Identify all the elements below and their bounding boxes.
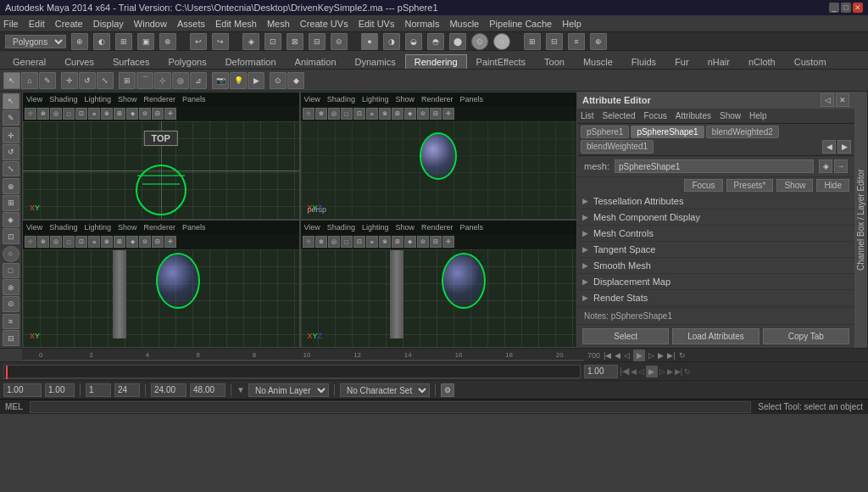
bc-time-end[interactable] (190, 383, 225, 397)
move-lt[interactable]: ✛ (3, 127, 19, 143)
vp-bl-icon-6[interactable]: ≡ (88, 236, 100, 248)
tab-polygons[interactable]: Polygons (159, 54, 215, 69)
tab-toon[interactable]: Toon (535, 54, 574, 69)
snap-view[interactable]: ◎ (172, 72, 189, 89)
vp-br-icon-7[interactable]: ⊗ (379, 236, 391, 248)
ae-section-displacement[interactable]: ▶ Displacement Map (577, 274, 854, 290)
tab-surfaces[interactable]: Surfaces (103, 54, 159, 69)
menu-muscle[interactable]: Muscle (449, 19, 479, 29)
menu-edit-mesh[interactable]: Edit Mesh (215, 19, 257, 29)
render-icon-4[interactable]: ◓ (427, 33, 444, 50)
vp-tr-icon-7[interactable]: ⊗ (379, 108, 391, 120)
lasso-tool[interactable]: ⌂ (21, 72, 38, 89)
ae-section-tessellation[interactable]: ▶ Tessellation Attributes (577, 193, 854, 210)
tool-icon-8[interactable]: ◈ (242, 33, 259, 50)
bc-field-1[interactable] (3, 383, 42, 397)
snap-surface[interactable]: ⊿ (190, 72, 207, 89)
tab-painteffects[interactable]: PaintEffects (467, 54, 536, 69)
vp-tl-show[interactable]: Show (118, 95, 137, 103)
tool-icon-7[interactable]: ↪ (212, 33, 229, 50)
menu-assets[interactable]: Assets (177, 19, 205, 29)
ae-menu-list[interactable]: List (581, 111, 594, 120)
menu-normals[interactable]: Normals (404, 19, 439, 29)
vp-tr-icon-3[interactable]: ◎ (328, 108, 340, 120)
ae-collapse-icon[interactable]: ◁ (821, 93, 834, 107)
vp-tl-view[interactable]: View (26, 95, 42, 103)
vp-tl-panels[interactable]: Panels (182, 95, 206, 103)
vp-br-renderer[interactable]: Renderer (421, 223, 453, 232)
ae-presets-btn[interactable]: Presets* (726, 179, 774, 192)
mel-input[interactable] (30, 401, 751, 413)
vp-bl-icon-2[interactable]: ⊕ (37, 236, 49, 248)
vp-tr-icon-9[interactable]: ◈ (404, 108, 416, 120)
misc-icon-2[interactable]: ⊟ (546, 33, 563, 50)
misc-icon-4[interactable]: ⊕ (590, 33, 607, 50)
vp-bl-view[interactable]: View (26, 223, 42, 232)
menu-create-uvs[interactable]: Create UVs (300, 19, 348, 29)
rotate-tool[interactable]: ↺ (79, 72, 96, 89)
vp-bl-shading[interactable]: Shading (49, 223, 77, 232)
ae-section-smooth[interactable]: ▶ Smooth Mesh (577, 258, 854, 274)
tab-dynamics[interactable]: Dynamics (346, 54, 405, 69)
vp-tl-icon-11[interactable]: ⊟ (152, 108, 164, 120)
menu-create[interactable]: Create (55, 19, 83, 29)
vp-br-icon-10[interactable]: ⊝ (417, 236, 429, 248)
tab-nhair[interactable]: nHair (698, 54, 739, 69)
vp-tr-icon-8[interactable]: ⊞ (392, 108, 403, 120)
vp-bl-icon-3[interactable]: ◎ (50, 236, 62, 248)
misc-icon-1[interactable]: ⊞ (524, 33, 541, 50)
vp-tl-icon-3[interactable]: ◎ (50, 108, 62, 120)
tool-icon-3[interactable]: ⊞ (115, 33, 132, 50)
rotate-lt[interactable]: ↺ (3, 144, 19, 160)
vp-tl-renderer[interactable]: Renderer (143, 95, 175, 103)
vp-tl-icon-8[interactable]: ⊞ (114, 108, 125, 120)
tool-icon-4[interactable]: ▣ (137, 33, 154, 50)
vp-br-lighting[interactable]: Lighting (362, 223, 389, 232)
lt-icon-1[interactable]: ⊕ (3, 178, 19, 194)
vp-bl-show[interactable]: Show (118, 223, 137, 232)
vp-tl-icon-12[interactable]: ✛ (164, 108, 176, 120)
lt-icon-2[interactable]: ⊞ (3, 195, 19, 211)
ae-tab-blendweighted1[interactable]: blendWeighted1 (581, 140, 654, 154)
ae-arrow-icon[interactable]: → (834, 159, 848, 173)
vp-tr-icon-12[interactable]: ✛ (442, 108, 454, 120)
vp-br-show[interactable]: Show (395, 223, 415, 232)
ae-tab-blendweighted2[interactable]: blendWeighted2 (706, 126, 779, 138)
vp-bl-icon-12[interactable]: ✛ (164, 236, 176, 248)
move-tool[interactable]: ✛ (61, 72, 78, 89)
ae-select-btn[interactable]: Select (582, 328, 669, 344)
vp-tr-show[interactable]: Show (395, 95, 415, 103)
vp-tr-lighting[interactable]: Lighting (362, 95, 389, 103)
keyframe-icon[interactable]: ◆ (287, 72, 304, 89)
vp-br-icon-9[interactable]: ◈ (404, 236, 416, 248)
timeline-track[interactable] (3, 365, 581, 378)
vp-bl-icon-1[interactable]: ⊹ (25, 236, 36, 248)
tool-icon-5[interactable]: ⊗ (159, 33, 176, 50)
select-tool[interactable]: ↖ (3, 72, 20, 89)
tab-muscle[interactable]: Muscle (574, 54, 622, 69)
lt-icon-4[interactable]: ⊡ (3, 228, 19, 244)
vp-br-icon-3[interactable]: ◎ (328, 236, 340, 248)
ae-section-render-stats[interactable]: ▶ Render Stats (577, 290, 854, 306)
tab-fluids[interactable]: Fluids (622, 54, 665, 69)
select-lt[interactable]: ↖ (3, 93, 19, 109)
vp-br-icon-11[interactable]: ⊟ (430, 236, 442, 248)
vp-tl-icon-10[interactable]: ⊝ (139, 108, 151, 120)
ae-menu-selected[interactable]: Selected (603, 111, 636, 120)
paint-tool[interactable]: ✎ (39, 72, 56, 89)
lt-icon-8[interactable]: ⊟ (3, 330, 19, 346)
vp-tr-icon-4[interactable]: □ (341, 108, 353, 120)
ae-close-icon[interactable]: ✕ (836, 93, 849, 107)
menu-pipeline[interactable]: Pipeline Cache (489, 19, 552, 29)
vp-tl-shading[interactable]: Shading (49, 95, 77, 103)
menu-help[interactable]: Help (562, 19, 581, 29)
tab-fur[interactable]: Fur (665, 54, 698, 69)
vp-tr-icon-1[interactable]: ⊹ (303, 108, 314, 120)
vp-bl-icon-9[interactable]: ◈ (126, 236, 138, 248)
tool-icon-2[interactable]: ◐ (93, 33, 110, 50)
vp-tr-renderer[interactable]: Renderer (421, 95, 453, 103)
ae-menu-attributes[interactable]: Attributes (676, 111, 711, 120)
maximize-button[interactable]: □ (841, 3, 851, 13)
camera-icon[interactable]: 📷 (212, 72, 229, 89)
vp-tr-icon-6[interactable]: ≡ (366, 108, 378, 120)
